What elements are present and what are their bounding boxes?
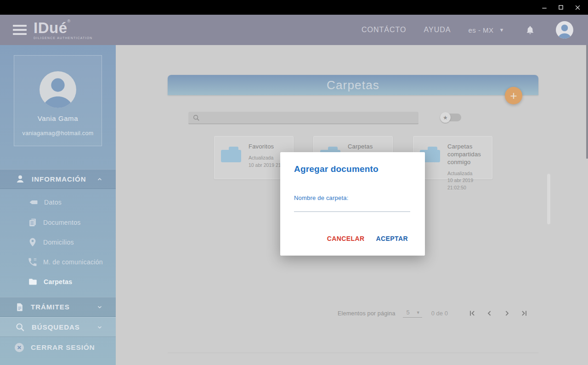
accept-button[interactable]: ACEPTAR xyxy=(376,235,408,242)
items-per-page-label: Elementos por página xyxy=(338,310,396,317)
sidebar-item-datos[interactable]: Datos xyxy=(0,192,116,212)
page-title: Carpetas xyxy=(327,78,379,92)
menu-icon[interactable] xyxy=(13,25,27,35)
chevron-right-icon xyxy=(503,309,511,317)
appbar-nav: CONTÁCTO AYUDA es - MX ▼ xyxy=(362,21,573,39)
sidebar-item-label: Datos xyxy=(44,199,62,206)
logout-button[interactable]: CERRAR SESIÓN xyxy=(0,337,116,357)
language-selector[interactable]: es - MX ▼ xyxy=(468,26,504,34)
first-page-icon xyxy=(468,309,476,317)
section-label: INFORMACIÓN xyxy=(32,175,86,183)
sidebar-item-label: Carpetas xyxy=(44,278,72,285)
logout-label: CERRAR SESIÓN xyxy=(31,343,95,352)
avatar-icon xyxy=(556,21,573,39)
star-icon: ★ xyxy=(440,112,451,123)
chevron-down-icon xyxy=(96,304,103,310)
window-maximize-button[interactable] xyxy=(555,2,567,12)
chevron-down-icon: ▼ xyxy=(416,310,420,315)
previous-page-button[interactable] xyxy=(486,309,493,317)
card-title: Carpetas compartidas conmigo xyxy=(447,143,488,166)
window-close-button[interactable] xyxy=(571,2,583,12)
registered-mark: ® xyxy=(68,19,71,23)
section-label: TRÁMITES xyxy=(31,303,70,311)
sidebar-item-carpetas[interactable]: Carpetas xyxy=(0,272,116,291)
folder-icon xyxy=(221,147,241,162)
search-icon xyxy=(15,322,25,332)
profile-email: vaniagamag@hotmail.com xyxy=(14,130,102,137)
sidebar-section-busquedas[interactable]: BÚSQUEDAS xyxy=(0,317,116,337)
sidebar-item-label: Documentos xyxy=(43,219,81,226)
profile-name: Vania Gama xyxy=(14,114,102,122)
sidebar-section-informacion[interactable]: INFORMACIÓN xyxy=(0,169,116,189)
content-scrollbar-thumb[interactable] xyxy=(547,174,550,224)
help-link[interactable]: AYUDA xyxy=(424,26,451,34)
folder-name-input[interactable] xyxy=(294,201,410,212)
card-updated-date: 10 abr 2019 21:02:50 xyxy=(447,177,488,192)
cancel-button[interactable]: CANCELAR xyxy=(327,235,365,242)
contact-link[interactable]: CONTÁCTO xyxy=(362,26,406,34)
last-page-button[interactable] xyxy=(520,309,528,317)
person-icon xyxy=(15,174,25,184)
user-avatar-button[interactable] xyxy=(556,21,573,39)
notifications-button[interactable] xyxy=(526,25,535,35)
search-input[interactable] xyxy=(200,114,418,121)
close-circle-icon xyxy=(14,342,25,353)
page-scrollbar-thumb[interactable] xyxy=(586,45,588,159)
window-titlebar xyxy=(0,0,588,15)
dialog-title: Agregar documento xyxy=(294,164,379,174)
folder-name-label: Nombre de carpeta: xyxy=(294,194,349,201)
search-icon xyxy=(192,114,200,122)
app-header: IDué® DILIGENCE AUTHENTICATION CONTÁCTO … xyxy=(0,15,588,45)
pagination: Elementos por página 5 ▼ 0 de 0 xyxy=(338,309,528,318)
chevron-left-icon xyxy=(486,309,493,317)
sidebar-item-domicilios[interactable]: Domicilios xyxy=(0,232,116,252)
chevron-down-icon xyxy=(96,324,103,331)
avatar-icon xyxy=(40,71,76,108)
bell-icon xyxy=(526,25,535,35)
sidebar-item-label: Domicilios xyxy=(43,239,74,246)
sidebar-item-comunicacion[interactable]: M. de comunicación xyxy=(0,252,116,272)
page-size-value: 5 xyxy=(407,309,410,316)
content-bottom-divider xyxy=(168,353,538,353)
app-logo: IDué® DILIGENCE AUTHENTICATION xyxy=(34,20,93,40)
folder-icon xyxy=(28,277,38,287)
dialog-actions: CANCELAR ACEPTAR xyxy=(327,235,408,242)
card-icon xyxy=(28,197,39,208)
phone-icon xyxy=(28,257,38,267)
favorites-toggle[interactable]: ★ xyxy=(440,112,462,123)
profile-card: Vania Gama vaniagamag@hotmail.com xyxy=(14,55,102,146)
sidebar: Vania Gama vaniagamag@hotmail.com INFORM… xyxy=(0,45,116,365)
sidebar-section-tramites[interactable]: TRÁMITES xyxy=(0,297,116,317)
sidebar-item-label: M. de comunicación xyxy=(43,258,103,266)
folders-panel-header: Carpetas xyxy=(168,75,538,95)
location-pin-icon xyxy=(28,237,38,248)
sidebar-item-documentos[interactable]: Documentos xyxy=(0,212,116,232)
window-minimize-button[interactable] xyxy=(538,2,550,12)
language-value: es - MX xyxy=(468,26,493,34)
folder-search-box xyxy=(188,112,418,124)
first-page-button[interactable] xyxy=(468,309,476,317)
add-folder-button[interactable]: + xyxy=(505,87,522,104)
last-page-icon xyxy=(520,309,528,317)
documents-icon xyxy=(28,217,38,228)
add-document-dialog: Agregar documento Nombre de carpeta: CAN… xyxy=(280,152,425,256)
page-range-label: 0 de 0 xyxy=(431,310,448,317)
chevron-down-icon: ▼ xyxy=(499,27,504,33)
next-page-button[interactable] xyxy=(503,309,511,317)
logo-tagline: DILIGENCE AUTHENTICATION xyxy=(34,37,93,40)
section-label: BÚSQUEDAS xyxy=(32,323,80,331)
document-icon xyxy=(15,302,24,312)
profile-avatar xyxy=(40,71,76,108)
page-size-select[interactable]: 5 ▼ xyxy=(403,309,422,318)
page-nav xyxy=(468,309,528,317)
chevron-up-icon xyxy=(96,176,103,182)
logo-title: IDué xyxy=(34,19,68,36)
card-updated-label: Actualizada xyxy=(447,170,488,177)
card-title: Favoritos xyxy=(249,143,289,151)
